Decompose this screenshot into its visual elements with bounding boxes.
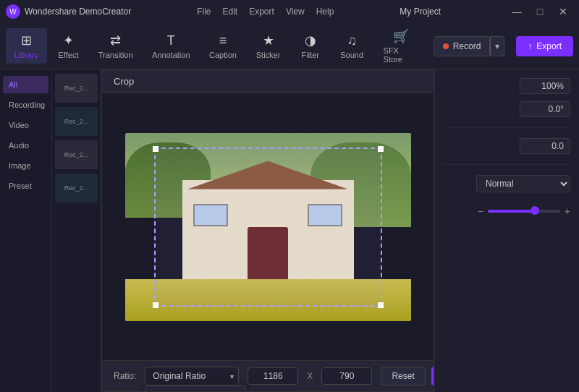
toolbar-transition[interactable]: ⇄ Transition (90, 28, 141, 64)
position-input[interactable] (520, 138, 570, 154)
thumbnail-4[interactable]: Rec_2... (55, 174, 98, 203)
menu-edit[interactable]: Edit (223, 7, 238, 17)
sfx-icon: 🛒 (393, 28, 409, 44)
dimension-x-separator: X (307, 371, 313, 381)
sidebar-item-image[interactable]: Image (3, 157, 48, 174)
record-dropdown[interactable]: ▾ (490, 36, 504, 56)
toolbar-caption-label: Caption (209, 51, 237, 59)
main-area: All Recording Video Audio Image Preset R… (0, 69, 579, 392)
ratio-dropdown-menu: Original Ratio 16:9 4:3 1:1 9:16 (145, 385, 246, 392)
toolbar-library[interactable]: ⊞ Library (6, 28, 47, 64)
library-icon: ⊞ (21, 33, 32, 48)
menu-export[interactable]: Export (249, 7, 274, 17)
title-bar-left: W Wondershare DemoCreator (6, 4, 131, 19)
app-logo: W (6, 4, 20, 19)
toolbar-sfx[interactable]: 🛒 SFX Store (375, 24, 428, 68)
sidebar-item-video[interactable]: Video (3, 116, 48, 134)
menu-file[interactable]: File (197, 7, 211, 17)
toolbar-annotation-label: Annotation (152, 51, 190, 59)
toolbar-library-label: Library (14, 51, 38, 59)
sidebar-item-all[interactable]: All (3, 76, 48, 93)
app-name: Wondershare DemoCreator (25, 7, 131, 17)
transition-icon: ⇄ (110, 33, 121, 48)
export-label: Export (536, 41, 562, 51)
right-panel: Normal − + (434, 69, 579, 392)
blend-mode-select[interactable]: Normal (476, 175, 570, 192)
crop-panel: Crop (101, 69, 434, 392)
export-button[interactable]: ↑ Export (516, 36, 573, 56)
toolbar-sfx-label: SFX Store (384, 46, 419, 64)
opacity-slider[interactable] (488, 210, 560, 213)
menu-view[interactable]: View (286, 7, 305, 17)
right-divider (444, 127, 570, 128)
library-sidebar: All Recording Video Audio Image Preset (0, 69, 52, 392)
effect-icon: ✦ (63, 33, 74, 48)
select-row: Normal (444, 175, 570, 192)
toolbar-annotation[interactable]: T Annotation (144, 29, 198, 64)
toolbar-effect[interactable]: ✦ Effect (50, 28, 88, 64)
annotation-icon: T (167, 33, 175, 48)
title-bar-controls: — □ ✕ (507, 4, 573, 19)
sidebar-item-audio[interactable]: Audio (3, 137, 48, 154)
toolbar: ⊞ Library ✦ Effect ⇄ Transition T Annota… (0, 23, 579, 69)
export-icon: ↑ (528, 41, 532, 51)
crop-header: Crop (102, 70, 434, 93)
reset-button[interactable]: Reset (381, 367, 425, 385)
record-button[interactable]: Record (434, 36, 491, 56)
crop-action-buttons: Reset OK Cancel (381, 367, 434, 385)
width-input[interactable] (248, 367, 298, 385)
crop-handle-br[interactable] (378, 302, 384, 308)
position-row (444, 138, 570, 154)
height-input[interactable] (321, 367, 372, 385)
crop-image-container (125, 133, 411, 321)
ratio-dropdown-arrow: ▾ (230, 372, 234, 380)
sticker-icon: ★ (263, 33, 274, 48)
minimize-button[interactable]: — (507, 4, 527, 19)
toolbar-sticker[interactable]: ★ Sticker (248, 28, 289, 64)
project-title: My Project (400, 7, 441, 17)
crop-handle-bl[interactable] (153, 302, 159, 308)
toolbar-filter[interactable]: ◑ Filter (292, 28, 329, 64)
toolbar-sound[interactable]: ♫ Sound (332, 29, 372, 64)
rotation-row (444, 101, 570, 117)
sound-icon: ♫ (347, 33, 357, 48)
title-bar-menu: File Edit Export View Help (197, 7, 334, 17)
toolbar-effect-label: Effect (59, 51, 79, 59)
toolbar-transition-label: Transition (98, 51, 133, 59)
toolbar-sticker-label: Sticker (256, 51, 281, 59)
close-button[interactable]: ✕ (553, 4, 573, 19)
slider-minus-icon[interactable]: − (478, 205, 483, 217)
ratio-selected-value: Original Ratio (153, 371, 206, 381)
slider-thumb[interactable] (531, 206, 539, 215)
zoom-row (444, 78, 570, 94)
record-dot (443, 43, 449, 49)
right-divider-2 (444, 164, 570, 165)
toolbar-filter-label: Filter (302, 51, 319, 59)
slider-fill (488, 210, 535, 213)
toolbar-sound-label: Sound (340, 51, 363, 59)
rotation-input[interactable] (520, 101, 570, 117)
zoom-input[interactable] (520, 78, 570, 94)
ratio-label: Ratio: (114, 371, 136, 381)
thumbnail-3[interactable]: Rec_2... (55, 140, 98, 169)
crop-controls: Ratio: Original Ratio ▾ Original Ratio 1… (102, 360, 434, 391)
sidebar-item-preset[interactable]: Preset (3, 177, 48, 195)
caption-icon: ≡ (219, 33, 227, 48)
ratio-dropdown[interactable]: Original Ratio ▾ (145, 367, 239, 385)
thumbnail-1[interactable]: Rec_2... (55, 74, 98, 103)
slider-plus-icon[interactable]: + (565, 205, 570, 217)
ratio-dropdown-wrapper: Original Ratio ▾ Original Ratio 16:9 4:3 (145, 367, 239, 385)
media-thumbnails: Rec_2... Rec_2... Rec_2... Rec_2... (52, 69, 101, 392)
crop-preview-area (102, 93, 434, 360)
toolbar-caption[interactable]: ≡ Caption (201, 29, 245, 64)
menu-help[interactable]: Help (316, 7, 334, 17)
crop-handle-tr[interactable] (378, 146, 384, 152)
ratio-option-original[interactable]: Original Ratio (145, 386, 245, 392)
record-label: Record (453, 41, 481, 51)
crop-handle-tl[interactable] (153, 146, 159, 152)
title-bar: W Wondershare DemoCreator File Edit Expo… (0, 0, 579, 23)
thumbnail-2[interactable]: Rec_2... (55, 107, 98, 136)
sidebar-item-recording[interactable]: Recording (3, 96, 48, 114)
crop-selection-overlay (154, 148, 382, 307)
maximize-button[interactable]: □ (530, 4, 550, 19)
